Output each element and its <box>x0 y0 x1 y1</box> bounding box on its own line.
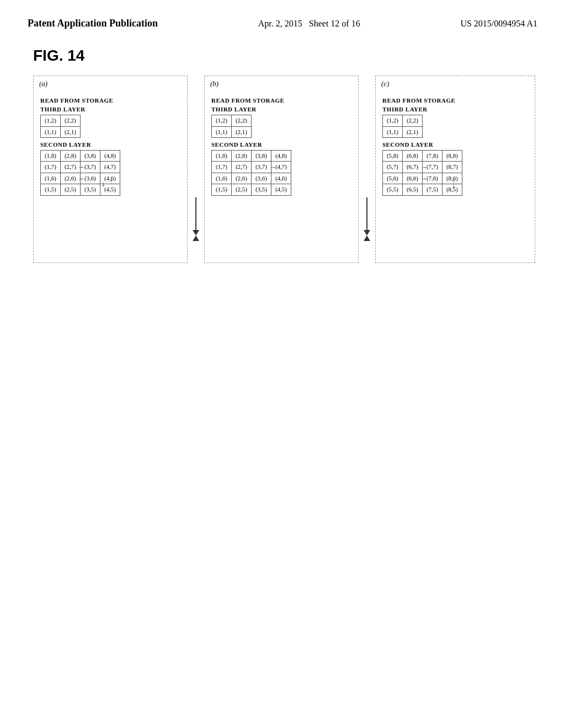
diagram-c: (c) READ FROM STORAGE THIRD LAYER (1,2) … <box>375 76 535 263</box>
arrow-a-to-b <box>188 197 204 263</box>
diagram-a: (a) READ FROM STORAGE THIRD LAYER (1,2) … <box>33 76 188 263</box>
third-layer-table-a: (1,2) (2,2) (1,1) (2,1) <box>40 115 81 138</box>
diagram-b: (b) READ FROM STORAGE THIRD LAYER (1,2) … <box>204 76 359 263</box>
page: Patent Application Publication Apr. 2, 2… <box>0 0 565 274</box>
diagram-a-label: (a) <box>39 79 47 88</box>
read-from-storage-b: READ FROM STORAGE <box>211 97 351 104</box>
third-layer-table-b: (1,2) (2,2) (1,1) (2,1) <box>211 115 252 138</box>
diagram-b-label: (b) <box>210 79 218 88</box>
read-from-storage-a: READ FROM STORAGE <box>40 97 180 104</box>
main-content: FIG. 14 (a) READ FROM STORAGE THIRD LAYE… <box>0 36 565 274</box>
read-from-storage-c: READ FROM STORAGE <box>382 97 528 104</box>
publication-title: Patent Application Publication <box>28 17 158 30</box>
third-layer-b: THIRD LAYER (1,2) (2,2) (1,1) (2,1) <box>211 106 351 138</box>
second-layer-table-c: (5,8) (6,8) (7,8) (8,8) (5,7) (6,7)→ (7,… <box>382 150 462 196</box>
second-layer-a: SECOND LAYER (1,8) (2,8) (3,8) (4,8) (1,… <box>40 141 180 196</box>
patent-number: US 2015/0094954 A1 <box>460 17 537 29</box>
second-layer-table-a: (1,8) (2,8) (3,8) (4,8) (1,7) (2,7)→ (3,… <box>40 150 120 196</box>
second-layer-b: SECOND LAYER (1,8) (2,8) (3,8) (4,8) (1,… <box>211 141 351 196</box>
diagram-c-label: (c) <box>381 79 389 88</box>
third-layer-table-c: (1,2) (2,2) (1,1) (2,1) <box>382 115 423 138</box>
publication-date: Apr. 2, 2015 Sheet 12 of 16 <box>258 17 360 29</box>
figure-label: FIG. 14 <box>33 47 84 65</box>
third-layer-a: THIRD LAYER (1,2) (2,2) (1,1) (2,1) <box>40 106 180 138</box>
second-layer-table-b: (1,8) (2,8) (3,8) (4,8) (1,7) (2,7) (3,7… <box>211 150 291 196</box>
arrow-b-to-c <box>359 197 375 263</box>
third-layer-c: THIRD LAYER (1,2) (2,2) (1,1) (2,1) <box>382 106 528 138</box>
page-header: Patent Application Publication Apr. 2, 2… <box>0 0 565 36</box>
second-layer-c: SECOND LAYER (5,8) (6,8) (7,8) (8,8) (5,… <box>382 141 528 196</box>
